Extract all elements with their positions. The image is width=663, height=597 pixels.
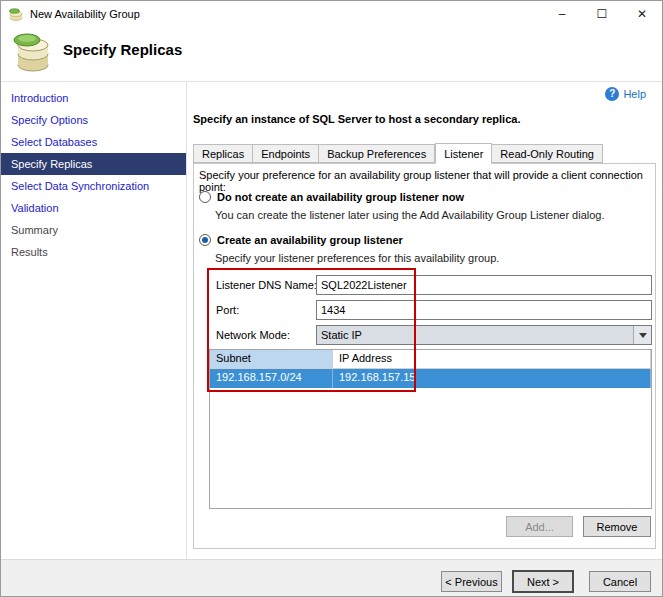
radio-do-not-create-description: You can create the listener later using … <box>215 209 605 221</box>
radio-create-description: Specify your listener preferences for th… <box>215 252 499 264</box>
sidebar-item-specify-options[interactable]: Specify Options <box>1 109 186 131</box>
subnet-cell: 192.168.157.0/24 <box>210 369 333 388</box>
title-bar: New Availability Group – ☐ ✕ <box>1 1 662 27</box>
tab-listener[interactable]: Listener <box>435 143 492 164</box>
cancel-button[interactable]: Cancel <box>589 571 651 592</box>
tab-strip: Replicas Endpoints Backup Preferences Li… <box>193 143 603 163</box>
listener-dns-name-input[interactable] <box>316 275 652 295</box>
radio-do-not-create-listener[interactable]: Do not create an availability group list… <box>199 191 464 203</box>
wizard-steps-sidebar: Introduction Specify Options Select Data… <box>1 82 187 559</box>
sidebar-item-select-data-synchronization[interactable]: Select Data Synchronization <box>1 175 186 197</box>
network-mode-dropdown[interactable]: Static IP <box>316 325 652 345</box>
sidebar-item-summary[interactable]: Summary <box>1 219 186 241</box>
remove-button[interactable]: Remove <box>583 516 651 537</box>
window-title: New Availability Group <box>30 8 140 20</box>
radio-create-label: Create an availability group listener <box>217 234 403 246</box>
help-link[interactable]: ? Help <box>605 87 646 101</box>
radio-checked-icon <box>199 234 211 246</box>
ip-address-cell: 192.168.157.15 <box>333 369 651 388</box>
radio-create-listener[interactable]: Create an availability group listener <box>199 234 403 246</box>
port-label: Port: <box>216 304 239 316</box>
tab-read-only-routing[interactable]: Read-Only Routing <box>492 144 603 163</box>
tab-endpoints[interactable]: Endpoints <box>253 144 319 163</box>
chevron-down-icon <box>633 326 651 344</box>
listener-dns-name-label: Listener DNS Name: <box>216 279 317 291</box>
listener-intro-text: Specify your preference for an availabil… <box>199 169 649 193</box>
instruction-text: Specify an instance of SQL Server to hos… <box>193 113 520 125</box>
close-icon[interactable]: ✕ <box>622 1 662 27</box>
table-header-row: Subnet IP Address <box>210 350 651 369</box>
sidebar-item-select-databases[interactable]: Select Databases <box>1 131 186 153</box>
minimize-icon[interactable]: – <box>542 1 582 27</box>
column-header-subnet[interactable]: Subnet <box>210 350 333 368</box>
port-input[interactable] <box>316 300 652 320</box>
help-label: Help <box>623 88 646 100</box>
tab-replicas[interactable]: Replicas <box>193 144 253 163</box>
sidebar-item-validation[interactable]: Validation <box>1 197 186 219</box>
wizard-header: Specify Replicas <box>1 27 662 81</box>
radio-do-not-create-label: Do not create an availability group list… <box>217 191 464 203</box>
table-row[interactable]: 192.168.157.0/24 192.168.157.15 <box>210 369 651 388</box>
app-icon <box>8 6 24 22</box>
availability-group-icon <box>11 30 53 74</box>
page-title: Specify Replicas <box>63 41 182 58</box>
radio-unchecked-icon <box>199 191 211 203</box>
help-icon: ? <box>605 87 619 101</box>
sidebar-item-introduction[interactable]: Introduction <box>1 87 186 109</box>
wizard-window: New Availability Group – ☐ ✕ Specify Rep… <box>0 0 663 597</box>
subnet-ip-table: Subnet IP Address 192.168.157.0/24 192.1… <box>209 349 652 509</box>
network-mode-label: Network Mode: <box>216 329 290 341</box>
sidebar-item-specify-replicas[interactable]: Specify Replicas <box>1 153 186 175</box>
sidebar-item-results[interactable]: Results <box>1 241 186 263</box>
window-controls: – ☐ ✕ <box>542 1 662 27</box>
tab-backup-preferences[interactable]: Backup Preferences <box>319 144 435 163</box>
next-button[interactable]: Next > <box>512 570 574 593</box>
network-mode-value: Static IP <box>317 329 633 341</box>
add-button[interactable]: Add... <box>506 516 573 537</box>
column-header-ip-address[interactable]: IP Address <box>333 350 651 368</box>
previous-button[interactable]: < Previous <box>441 571 502 592</box>
maximize-icon[interactable]: ☐ <box>582 1 622 27</box>
